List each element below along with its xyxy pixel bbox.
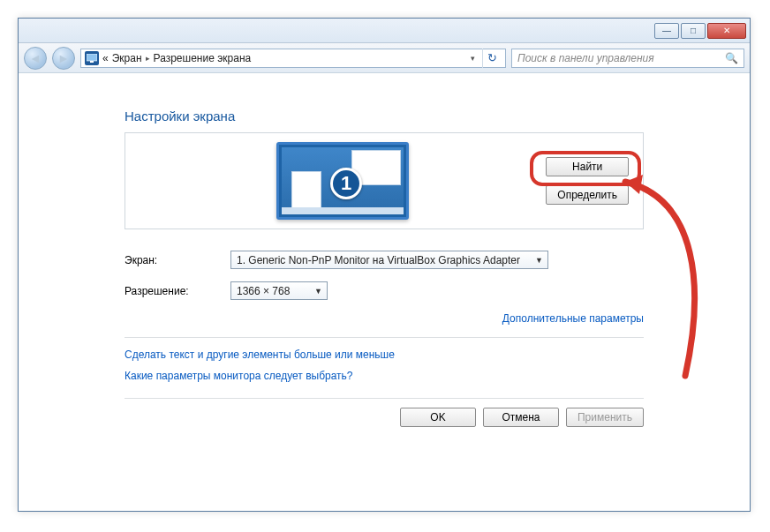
navbar: ◄ ► « Экран ▸ Разрешение экрана ▾ ↻ Поис…	[19, 43, 750, 73]
divider	[125, 337, 644, 338]
maximize-button[interactable]: □	[681, 23, 706, 39]
breadcrumb: « Экран ▸ Разрешение экрана	[102, 52, 251, 64]
screen-select-value: 1. Generic Non-PnP Monitor на VirtualBox…	[237, 254, 520, 266]
close-button[interactable]: ✕	[707, 23, 746, 39]
titlebar: — □ ✕	[19, 19, 750, 43]
refresh-button[interactable]: ↻	[482, 49, 502, 68]
page-title: Настройки экрана	[125, 109, 644, 124]
resolution-label: Разрешение:	[125, 285, 230, 297]
breadcrumb-prefix: «	[102, 52, 109, 64]
search-icon: 🔍	[725, 52, 738, 64]
resolution-row: Разрешение: 1366 × 768 ▼	[125, 281, 644, 300]
find-button[interactable]: Найти	[546, 157, 629, 176]
address-dropdown[interactable]: ▾	[467, 54, 479, 63]
advanced-params-link[interactable]: Дополнительные параметры	[502, 312, 644, 325]
cancel-button[interactable]: Отмена	[483, 408, 559, 427]
preview-buttons: Найти Определить	[546, 157, 629, 205]
breadcrumb-item-1[interactable]: Экран	[112, 52, 142, 64]
apply-button[interactable]: Применить	[566, 408, 644, 427]
chevron-down-icon: ▼	[535, 256, 543, 265]
screen-select[interactable]: 1. Generic Non-PnP Monitor на VirtualBox…	[230, 251, 548, 269]
screen-row: Экран: 1. Generic Non-PnP Monitor на Vir…	[125, 251, 644, 269]
monitor-number-badge: 1	[330, 168, 362, 199]
search-placeholder: Поиск в панели управления	[517, 52, 654, 64]
nav-forward-button[interactable]: ►	[52, 47, 75, 70]
search-input[interactable]: Поиск в панели управления 🔍	[511, 49, 744, 68]
which-params-link[interactable]: Какие параметры монитора следует выбрать…	[125, 370, 353, 382]
chevron-right-icon: ▸	[146, 54, 150, 63]
monitor-preview-box: 1 Найти Определить	[125, 132, 644, 229]
minimize-button[interactable]: —	[654, 23, 679, 39]
svg-rect-0	[87, 54, 97, 61]
monitor-preview[interactable]: 1	[140, 142, 546, 220]
footer-buttons: OK Отмена Применить	[125, 398, 644, 427]
resolution-select-value: 1366 × 768	[237, 285, 290, 297]
breadcrumb-item-2[interactable]: Разрешение экрана	[154, 52, 252, 64]
resolution-select[interactable]: 1366 × 768 ▼	[230, 281, 328, 300]
display-icon	[85, 51, 99, 65]
nav-back-button[interactable]: ◄	[24, 47, 47, 70]
svg-rect-1	[90, 61, 94, 63]
identify-button[interactable]: Определить	[546, 185, 629, 205]
address-bar[interactable]: « Экран ▸ Разрешение экрана ▾ ↻	[80, 49, 506, 68]
text-size-link[interactable]: Сделать текст и другие элементы больше и…	[125, 348, 395, 361]
content-area: Настройки экрана 1 Найти Определить	[19, 73, 750, 511]
ok-button[interactable]: OK	[400, 408, 476, 427]
chevron-down-icon: ▼	[314, 287, 322, 296]
monitor-1[interactable]: 1	[276, 142, 409, 220]
control-panel-window: — □ ✕ ◄ ► « Экран ▸ Разрешение экрана ▾ …	[18, 18, 751, 512]
screen-label: Экран:	[125, 254, 230, 266]
